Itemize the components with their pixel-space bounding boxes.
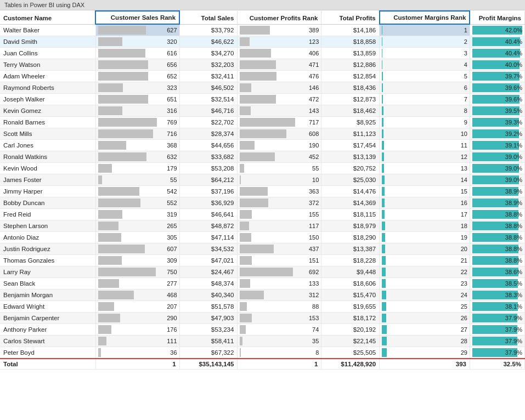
cell-total-sales: $40,340 bbox=[179, 290, 238, 301]
table-row[interactable]: Ronald Watkins 632 $33,682 452 $13,139 1… bbox=[0, 151, 525, 163]
cell-name: James Foster bbox=[0, 174, 95, 186]
table-row[interactable]: Carlos Stewart 111 $58,411 35 $22,145 28… bbox=[0, 336, 525, 347]
cell-name: Ronald Watkins bbox=[0, 151, 95, 163]
cell-profits-rank: 406 bbox=[238, 48, 321, 59]
cell-profits-rank: 363 bbox=[238, 186, 321, 197]
table-row[interactable]: Bobby Duncan 552 $36,929 372 $14,369 16 … bbox=[0, 197, 525, 209]
cell-profits-rank: 452 bbox=[238, 151, 321, 163]
cell-total-profits: $20,752 bbox=[321, 163, 380, 174]
cell-profit-margins: 38.8% bbox=[470, 232, 524, 243]
col-header-profit-margins[interactable]: Profit Margins bbox=[470, 11, 524, 24]
table-row[interactable]: Sean Black 277 $48,374 133 $18,606 23 38… bbox=[0, 278, 525, 290]
cell-total-profits: $13,139 bbox=[321, 151, 380, 163]
cell-profit-margins: 37.9% bbox=[470, 313, 524, 324]
table-row[interactable]: Stephen Larson 265 $48,872 117 $18,979 1… bbox=[0, 220, 525, 232]
cell-profits-rank: 146 bbox=[238, 82, 321, 94]
cell-sales-rank: 290 bbox=[95, 313, 179, 324]
cell-name: Kevin Gomez bbox=[0, 105, 95, 117]
table-row[interactable]: Joseph Walker 651 $32,514 472 $12,873 7 … bbox=[0, 94, 525, 105]
table-row[interactable]: Raymond Roberts 323 $46,502 146 $18,436 … bbox=[0, 82, 525, 94]
cell-total-sales: $37,196 bbox=[179, 186, 238, 197]
cell-total-sales: $46,502 bbox=[179, 82, 238, 94]
table-row[interactable]: Ronald Barnes 769 $22,702 717 $8,925 9 3… bbox=[0, 117, 525, 128]
cell-name: Kevin Wood bbox=[0, 163, 95, 174]
table-row[interactable]: Kevin Gomez 316 $46,716 143 $18,462 8 39… bbox=[0, 105, 525, 117]
cell-margins-rank: 27 bbox=[380, 324, 470, 336]
table-row[interactable]: Fred Reid 319 $46,641 155 $18,115 17 38.… bbox=[0, 209, 525, 220]
cell-margins-rank: 9 bbox=[380, 117, 470, 128]
table-row[interactable]: Anthony Parker 176 $53,234 74 $20,192 27… bbox=[0, 324, 525, 336]
table-row[interactable]: Peter Boyd 36 $67,322 8 $25,505 29 37.9% bbox=[0, 347, 525, 359]
cell-total-profits: $18,115 bbox=[321, 209, 380, 220]
cell-total-sales: $44,656 bbox=[179, 140, 238, 151]
table-row[interactable]: Thomas Gonzales 309 $47,021 151 $18,228 … bbox=[0, 255, 525, 266]
cell-margins-rank: 18 bbox=[380, 220, 470, 232]
cell-total-profits: $12,854 bbox=[321, 71, 380, 82]
table-row[interactable]: Benjamin Morgan 468 $40,340 312 $15,470 … bbox=[0, 290, 525, 301]
cell-name: Justin Rodriguez bbox=[0, 243, 95, 255]
cell-margins-rank: 21 bbox=[380, 255, 470, 266]
table-row[interactable]: Benjamin Carpenter 290 $47,903 153 $18,1… bbox=[0, 313, 525, 324]
col-header-sales-rank[interactable]: Customer Sales Rank bbox=[95, 11, 179, 24]
cell-sales-rank: 368 bbox=[95, 140, 179, 151]
cell-total-sales: $46,716 bbox=[179, 105, 238, 117]
table-row[interactable]: Jimmy Harper 542 $37,196 363 $14,476 15 … bbox=[0, 186, 525, 197]
table-row[interactable]: Walter Baker 627 $33,792 389 $14,186 1 4… bbox=[0, 24, 525, 36]
cell-total-profits: $20,192 bbox=[321, 324, 380, 336]
cell-profit-margins: 39.0% bbox=[470, 163, 524, 174]
cell-profit-margins: 38.8% bbox=[470, 243, 524, 255]
cell-profit-margins: 38.6% bbox=[470, 266, 524, 278]
cell-total-profits: $25,030 bbox=[321, 174, 380, 186]
cell-total-profits: $12,873 bbox=[321, 94, 380, 105]
cell-total-sales: $32,203 bbox=[179, 59, 238, 71]
cell-total-sales: $47,114 bbox=[179, 232, 238, 243]
cell-sales-rank: 277 bbox=[95, 278, 179, 290]
cell-margins-rank: 25 bbox=[380, 301, 470, 313]
col-header-name[interactable]: Customer Name bbox=[0, 11, 95, 24]
table-row[interactable]: James Foster 55 $64,212 10 $25,030 14 39… bbox=[0, 174, 525, 186]
cell-total-sales: $47,903 bbox=[179, 313, 238, 324]
table-row[interactable]: Edward Wright 207 $51,578 88 $19,655 25 … bbox=[0, 301, 525, 313]
total-cell: 1 bbox=[95, 359, 179, 370]
table-row[interactable]: Juan Collins 616 $34,270 406 $13,859 3 4… bbox=[0, 48, 525, 59]
cell-sales-rank: 651 bbox=[95, 94, 179, 105]
cell-total-sales: $34,532 bbox=[179, 243, 238, 255]
cell-name: Benjamin Carpenter bbox=[0, 313, 95, 324]
table-row[interactable]: Kevin Wood 179 $53,208 55 $20,752 13 39.… bbox=[0, 163, 525, 174]
title-bar: Tables in Power BI using DAX bbox=[0, 0, 525, 10]
cell-sales-rank: 176 bbox=[95, 324, 179, 336]
cell-sales-rank: 552 bbox=[95, 197, 179, 209]
cell-profits-rank: 133 bbox=[238, 278, 321, 290]
cell-total-profits: $25,505 bbox=[321, 347, 380, 359]
table-row[interactable]: Antonio Diaz 305 $47,114 150 $18,290 19 … bbox=[0, 232, 525, 243]
cell-sales-rank: 179 bbox=[95, 163, 179, 174]
table-row[interactable]: Terry Watson 656 $32,203 471 $12,886 4 4… bbox=[0, 59, 525, 71]
table-row[interactable]: Justin Rodriguez 607 $34,532 437 $13,387… bbox=[0, 243, 525, 255]
col-header-total-profits[interactable]: Total Profits bbox=[321, 11, 380, 24]
table-row[interactable]: Larry Ray 750 $24,467 692 $9,448 22 38.6… bbox=[0, 266, 525, 278]
table-row[interactable]: David Smith 320 $46,622 123 $18,858 2 40… bbox=[0, 36, 525, 48]
col-header-total-sales[interactable]: Total Sales bbox=[179, 11, 238, 24]
cell-total-profits: $18,436 bbox=[321, 82, 380, 94]
cell-profit-margins: 39.1% bbox=[470, 140, 524, 151]
table-row[interactable]: Scott Mills 716 $28,374 608 $11,123 10 3… bbox=[0, 128, 525, 140]
cell-sales-rank: 627 bbox=[95, 24, 179, 36]
cell-total-sales: $24,467 bbox=[179, 266, 238, 278]
cell-name: Raymond Roberts bbox=[0, 82, 95, 94]
col-header-margins-rank[interactable]: Customer Margins Rank bbox=[380, 11, 470, 24]
table-row[interactable]: Adam Wheeler 652 $32,411 476 $12,854 5 3… bbox=[0, 71, 525, 82]
cell-profit-margins: 38.5% bbox=[470, 278, 524, 290]
cell-total-profits: $14,186 bbox=[321, 24, 380, 36]
cell-margins-rank: 26 bbox=[380, 313, 470, 324]
cell-margins-rank: 16 bbox=[380, 197, 470, 209]
cell-name: Scott Mills bbox=[0, 128, 95, 140]
cell-sales-rank: 55 bbox=[95, 174, 179, 186]
cell-profit-margins: 38.3% bbox=[470, 290, 524, 301]
cell-total-sales: $28,374 bbox=[179, 128, 238, 140]
table-row[interactable]: Carl Jones 368 $44,656 190 $17,454 11 39… bbox=[0, 140, 525, 151]
col-header-profits-rank[interactable]: Customer Profits Rank bbox=[238, 11, 321, 24]
cell-total-profits: $18,228 bbox=[321, 255, 380, 266]
cell-profits-rank: 476 bbox=[238, 71, 321, 82]
cell-profit-margins: 39.0% bbox=[470, 174, 524, 186]
cell-margins-rank: 5 bbox=[380, 71, 470, 82]
